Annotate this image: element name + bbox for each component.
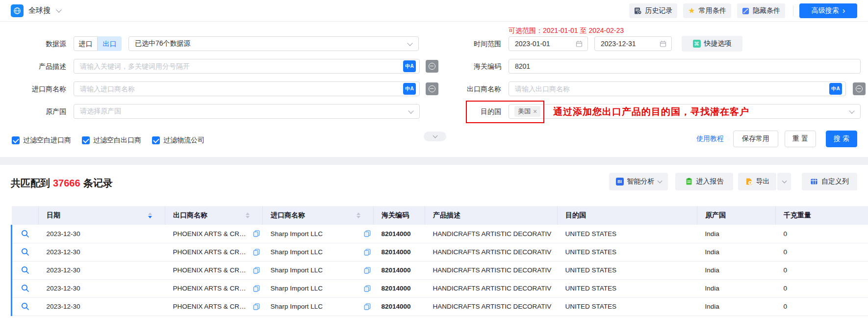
history-button[interactable]: 历史记录 [629, 3, 677, 18]
results-count: 37666 [50, 178, 83, 188]
bi-analysis-icon: BI [616, 178, 624, 186]
column-label: 海关编码 [382, 211, 409, 220]
custom-columns-button[interactable]: 自定义列 [802, 173, 857, 190]
reset-button[interactable]: 重 置 [785, 131, 816, 147]
exporter-value: PHOENIX ARTS & CREATION [173, 248, 250, 256]
smart-analysis-button[interactable]: BI 智能分析 [609, 173, 668, 190]
hide-conditions-button[interactable]: 隐藏条件 [737, 3, 785, 18]
filter-item-0: 过滤空白进口商 [12, 136, 71, 145]
copy-icon[interactable] [253, 230, 260, 237]
quick-options-button[interactable]: ⌘ 快捷选项 [682, 36, 742, 52]
sort-carets-icon [148, 212, 152, 218]
cell-hs_code: 82014000 [374, 297, 425, 316]
copy-icon[interactable] [253, 303, 260, 310]
column-header-sortable-exporter[interactable]: 出口商名称 [165, 206, 263, 225]
favorites-button[interactable]: ★ 常用条件 [683, 3, 731, 18]
cell-action [12, 297, 39, 316]
hs-code-input[interactable] [509, 59, 861, 74]
cell-action [12, 243, 39, 261]
tutorial-link[interactable]: 使用教程 [696, 134, 724, 143]
translate-icon[interactable]: 中A [403, 83, 416, 95]
row-search-icon[interactable] [21, 248, 29, 256]
importer-value: Sharp Import LLC [271, 285, 323, 292]
import-tab[interactable]: 进口 [74, 36, 98, 51]
cell-date: 2023-12-30 [39, 279, 165, 297]
column-label: 日期 [47, 211, 60, 220]
copy-icon[interactable] [364, 249, 371, 256]
cell-weight: 0 [776, 261, 868, 279]
advanced-search-button[interactable]: 高级搜索 › [799, 3, 857, 18]
checkbox-checked-icon[interactable] [82, 136, 90, 144]
importer-name-input[interactable] [74, 81, 420, 96]
sort-carets-icon [246, 212, 250, 218]
search-button[interactable]: 搜 索 [826, 131, 857, 147]
end-date-value: 2023-12-31 [601, 40, 636, 48]
row-search-icon[interactable] [21, 284, 29, 292]
sort-carets-icon [357, 212, 360, 218]
cell-exporter: PHOENIX ARTS & CREATION [165, 297, 263, 316]
column-label: 目的国 [565, 211, 586, 220]
favorites-button-label: 常用条件 [699, 6, 726, 15]
copy-icon[interactable] [253, 267, 260, 274]
cell-destination: UNITED STATES [558, 297, 697, 316]
column-header-sortable-date[interactable]: 日期 [39, 206, 165, 225]
cell-product: HANDICRAFTS ARTISTIC DECORATIV [425, 225, 558, 243]
chevron-down-icon [782, 178, 787, 183]
copy-icon[interactable] [364, 267, 371, 274]
export-more-button[interactable] [777, 173, 791, 190]
destination-tag-usa[interactable]: 美国 × [514, 106, 540, 117]
exclude-filter-icon[interactable] [426, 82, 438, 95]
exclude-filter-icon[interactable] [426, 60, 438, 73]
destination-tag-label: 美国 [518, 107, 531, 116]
cell-product: HANDICRAFTS ARTISTIC DECORATIV [425, 297, 558, 316]
cell-hs_code: 82014000 [374, 279, 425, 297]
importer-value: Sharp Import LLC [271, 230, 323, 238]
importer-value: Sharp Import LLC [271, 248, 323, 256]
row-search-icon[interactable] [21, 266, 29, 274]
chevron-down-icon [657, 178, 662, 183]
translate-icon[interactable]: 中A [403, 60, 416, 72]
app-switcher-chevron-down-icon[interactable] [56, 7, 61, 12]
column-header-sortable-importer[interactable]: 进口商名称 [263, 206, 374, 225]
cell-hs_code: 82014000 [374, 225, 425, 243]
row-search-icon[interactable] [21, 230, 29, 238]
checkbox-checked-icon[interactable] [12, 136, 20, 144]
cell-destination: UNITED STATES [558, 225, 697, 243]
filter-checkbox-row: 过滤空白进口商过滤空白出口商过滤物流公司 [12, 136, 204, 145]
end-date-input[interactable]: 2023-12-31 [594, 36, 672, 51]
chevron-down-icon [407, 40, 412, 46]
data-source-select[interactable]: 已选中76个数据源 [128, 36, 419, 51]
quick-options-label: 快捷选项 [704, 39, 732, 48]
exporter-name-input[interactable] [509, 81, 846, 96]
hs-code-label: 海关编码 [440, 59, 501, 74]
collapse-form-button[interactable] [424, 132, 446, 141]
time-range-label: 时间范围 [440, 36, 501, 51]
export-icon [745, 178, 753, 186]
enter-report-button[interactable]: 进入报告 [675, 173, 733, 190]
checkbox-checked-icon[interactable] [152, 136, 160, 144]
copy-icon[interactable] [364, 303, 371, 310]
save-favorite-button[interactable]: 保存常用 [733, 131, 778, 147]
origin-country-select[interactable]: 请选择原产国 [74, 104, 420, 119]
exclude-filter-icon[interactable] [853, 82, 866, 95]
export-button[interactable]: 导出 [738, 173, 776, 190]
data-source-selected-text: 已选中76个数据源 [135, 39, 191, 48]
export-tab-selected[interactable]: 出口 [98, 36, 122, 51]
copy-icon[interactable] [364, 230, 371, 237]
table-row: 2023-12-30PHOENIX ARTS & CREATIONSharp I… [12, 243, 868, 261]
cell-origin: India [697, 243, 776, 261]
cell-destination: UNITED STATES [558, 243, 697, 261]
column-label: 原产国 [705, 211, 726, 220]
column-header-weight: 千克重量 [776, 206, 868, 225]
start-date-input[interactable]: 2023-01-01 [509, 36, 588, 51]
column-header-product: 产品描述 [425, 206, 558, 225]
row-search-icon[interactable] [21, 302, 29, 311]
translate-icon[interactable]: 中A [829, 83, 842, 95]
copy-icon[interactable] [253, 285, 260, 292]
copy-icon[interactable] [364, 285, 371, 292]
copy-icon[interactable] [253, 249, 260, 256]
smart-analysis-label: 智能分析 [627, 177, 655, 186]
importer-name-label: 进口商名称 [5, 81, 66, 96]
product-desc-input[interactable] [74, 59, 420, 74]
tag-close-icon[interactable]: × [533, 107, 537, 115]
